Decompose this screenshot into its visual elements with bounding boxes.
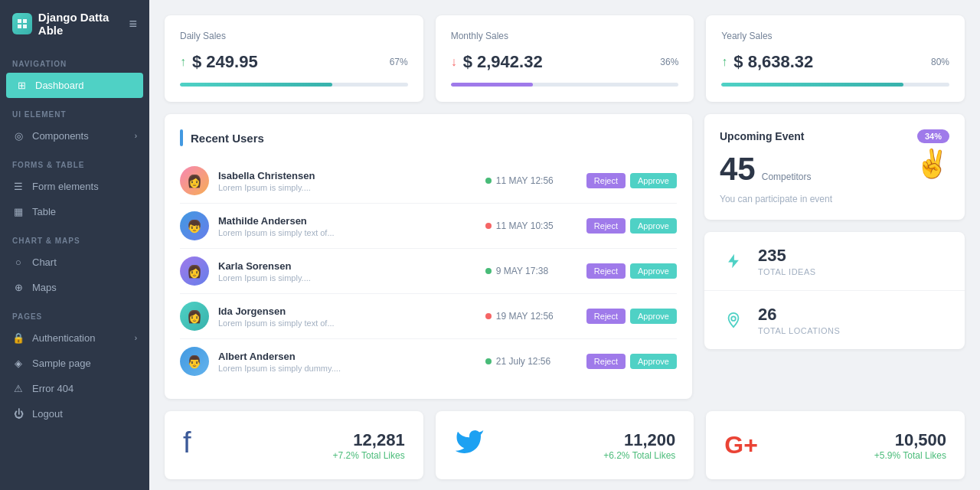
approve-button[interactable]: Approve xyxy=(630,354,677,369)
chevron-right-icon: › xyxy=(135,132,137,140)
navigation-section-label: NAVIGATION xyxy=(0,47,149,73)
event-title: Upcoming Event xyxy=(720,130,804,142)
user-date: 11 MAY 12:56 xyxy=(485,175,577,186)
sidebar-item-sample-page[interactable]: ◈ Sample page xyxy=(0,351,149,376)
svg-point-0 xyxy=(731,316,736,321)
total-ideas-number: 235 xyxy=(758,246,816,266)
sidebar-item-chart[interactable]: ○ Chart xyxy=(0,250,149,275)
sidebar-item-form-elements[interactable]: ☰ Form elements xyxy=(0,174,149,199)
table-icon: ▦ xyxy=(12,206,24,217)
content-row: Recent Users 👩 Isabella Christensen Lore… xyxy=(165,114,965,399)
yearly-sales-title: Yearly Sales xyxy=(721,31,949,41)
yearly-sales-value: ↑ $ 8,638.32 xyxy=(721,52,813,72)
ui-element-section-label: UI ELEMENT xyxy=(0,98,149,123)
sidebar-item-label: Maps xyxy=(32,282,57,293)
social-cards: f 12,281 +7.2% Total Likes 11,200 +6.2% … xyxy=(165,411,965,479)
sidebar-item-label: Table xyxy=(32,206,56,217)
approve-button[interactable]: Approve xyxy=(630,309,677,324)
facebook-info: 12,281 +7.2% Total Likes xyxy=(332,430,404,461)
user-name: Albert Andersen xyxy=(218,351,476,362)
yearly-sales-progress xyxy=(721,83,949,87)
user-info: Mathilde Andersen Lorem Ipsum is simply … xyxy=(218,215,476,237)
user-actions: Reject Approve xyxy=(586,263,677,279)
sidebar: Django Datta Able ≡ NAVIGATION ⊞ Dashboa… xyxy=(0,0,149,490)
sidebar-item-authentication[interactable]: 🔒 Authentication › xyxy=(0,325,149,351)
user-date: 11 MAY 10:35 xyxy=(485,220,577,231)
table-row: 👩 Karla Sorensen Lorem Ipsum is simply..… xyxy=(180,249,677,294)
logo-icon xyxy=(12,13,32,34)
event-number: 45 xyxy=(720,151,756,188)
reject-button[interactable]: Reject xyxy=(586,309,626,324)
user-name: Mathilde Andersen xyxy=(218,215,476,227)
avatar: 👦 xyxy=(180,211,209,240)
daily-sales-value-row: ↑ $ 249.95 67% xyxy=(180,52,408,72)
dashboard-icon: ⊞ xyxy=(15,80,28,91)
sidebar-item-logout[interactable]: ⏻ Logout xyxy=(0,401,149,426)
user-info: Ida Jorgensen Lorem Ipsum is simply text… xyxy=(218,305,476,328)
lightning-icon xyxy=(720,247,747,275)
sidebar-item-dashboard[interactable]: ⊞ Dashboard xyxy=(6,73,143,98)
reject-button[interactable]: Reject xyxy=(586,354,626,369)
approve-button[interactable]: Approve xyxy=(630,218,677,234)
yearly-sales-progress-fill xyxy=(721,83,903,87)
forms-table-section-label: FORMS & TABLE xyxy=(0,149,149,174)
user-name: Ida Jorgensen xyxy=(218,305,476,317)
twitter-count: 11,200 xyxy=(603,430,675,450)
sidebar-logo: Django Datta Able xyxy=(12,11,129,37)
user-date: 9 MAY 17:38 xyxy=(485,266,577,276)
avatar: 👩 xyxy=(180,302,209,331)
components-icon: ◎ xyxy=(12,130,24,142)
sidebar-item-error-404[interactable]: ⚠ Error 404 xyxy=(0,376,149,401)
sidebar-item-label: Dashboard xyxy=(35,80,84,91)
sidebar-item-label: Error 404 xyxy=(32,383,74,394)
reject-button[interactable]: Reject xyxy=(586,173,626,188)
daily-sales-progress-fill xyxy=(180,83,332,87)
avatar: 👨 xyxy=(180,347,209,376)
approve-button[interactable]: Approve xyxy=(630,263,677,279)
reject-button[interactable]: Reject xyxy=(586,218,626,234)
main-content: Daily Sales ↑ $ 249.95 67% Monthly Sales… xyxy=(149,0,980,490)
blue-accent-bar xyxy=(180,129,183,146)
user-name: Isabella Christensen xyxy=(218,170,476,181)
facebook-card: f 12,281 +7.2% Total Likes xyxy=(165,411,423,479)
daily-sales-value: ↑ $ 249.95 xyxy=(180,52,258,72)
sidebar-item-maps[interactable]: ⊕ Maps xyxy=(0,275,149,300)
user-info: Karla Sorensen Lorem Ipsum is simply.... xyxy=(218,260,476,283)
sidebar-item-label: Form elements xyxy=(32,181,99,192)
event-badge: 34% xyxy=(917,129,949,143)
user-actions: Reject Approve xyxy=(586,218,677,234)
table-row: 👦 Mathilde Andersen Lorem Ipsum is simpl… xyxy=(180,204,677,249)
sample-page-icon: ◈ xyxy=(12,358,24,369)
yearly-sales-value-row: ↑ $ 8,638.32 80% xyxy=(721,52,949,72)
peace-sign-icon: ✌️ xyxy=(915,148,949,180)
pages-section-label: PAGES xyxy=(0,300,149,325)
chart-maps-section-label: CHART & MAPS xyxy=(0,224,149,250)
total-ideas-stat: 235 TOTAL IDEAS xyxy=(704,232,965,291)
total-ideas-label: TOTAL IDEAS xyxy=(758,267,816,276)
reject-button[interactable]: Reject xyxy=(586,263,626,279)
status-dot xyxy=(485,268,492,274)
monthly-sales-value-row: ↓ $ 2,942.32 36% xyxy=(451,52,679,72)
error-icon: ⚠ xyxy=(12,383,24,394)
sidebar-item-table[interactable]: ▦ Table xyxy=(0,199,149,224)
user-info: Isabella Christensen Lorem Ipsum is simp… xyxy=(218,170,476,192)
arrow-up-icon: ↑ xyxy=(721,55,727,69)
facebook-count: 12,281 xyxy=(332,430,404,450)
user-desc: Lorem Ipsum is simply.... xyxy=(218,273,476,283)
event-competitors-label: Competitors xyxy=(762,172,812,182)
maps-icon: ⊕ xyxy=(12,282,24,293)
app-name: Django Datta Able xyxy=(38,11,129,37)
daily-sales-card: Daily Sales ↑ $ 249.95 67% xyxy=(165,15,423,102)
sidebar-item-components[interactable]: ◎ Components › xyxy=(0,123,149,149)
upcoming-event-card: Upcoming Event 34% 45 Competitors You ca… xyxy=(704,114,965,220)
approve-button[interactable]: Approve xyxy=(630,173,677,188)
user-date: 21 July 12:56 xyxy=(485,356,577,367)
google-count: 10,500 xyxy=(874,430,946,450)
twitter-icon xyxy=(454,426,485,464)
daily-sales-percent: 67% xyxy=(390,57,408,67)
avatar: 👩 xyxy=(180,256,209,286)
stats-cards: 235 TOTAL IDEAS 26 TOTAL LOCATIONS xyxy=(704,232,965,349)
table-row: 👩 Isabella Christensen Lorem Ipsum is si… xyxy=(180,158,677,204)
menu-toggle-icon[interactable]: ≡ xyxy=(129,16,137,32)
event-subtitle: You can participate in event xyxy=(720,194,832,204)
